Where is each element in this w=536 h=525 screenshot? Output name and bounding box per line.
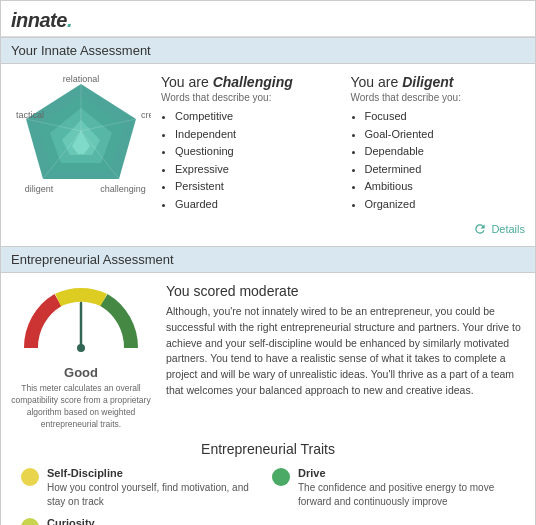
score-title: You scored moderate [166,283,525,299]
gauge-note: This meter calculates an overall compati… [11,383,151,431]
gauge-svg [16,283,146,358]
list-item: Ambitious [365,178,526,196]
logo-dot: . [67,9,72,31]
innate-section: relational creative challenging diligent… [1,64,535,246]
svg-text:creative: creative [141,110,151,120]
innate-section-title: Your Innate Assessment [1,37,535,64]
traits-title: Entrepreneurial Traits [11,441,525,457]
radar-svg: relational creative challenging diligent… [11,74,151,214]
list-item: Goal-Oriented [365,126,526,144]
list-item: Dependable [365,143,526,161]
refresh-icon [473,222,487,236]
list-item: Determined [365,161,526,179]
list-item: Organized [365,196,526,214]
radar-chart: relational creative challenging diligent… [11,74,151,217]
entre-section: Good This meter calculates an overall co… [1,273,535,525]
list-item: Focused [365,108,526,126]
list-item: Persistent [175,178,336,196]
details-link[interactable]: Details [11,222,525,236]
svg-text:tactical: tactical [16,110,44,120]
drive-name: Drive [298,467,515,479]
trait-curiosity: Curiosity Seeking to understand, visuali… [21,517,264,525]
svg-point-16 [77,344,85,352]
trait-self-discipline: Self-Discipline How you control yourself… [21,467,264,509]
drive-desc: The confidence and positive energy to mo… [298,481,515,509]
curiosity-name: Curiosity [47,517,264,525]
trait2-describe: Words that describe you: [351,92,526,103]
entre-section-title: Entrepreneurial Assessment [1,246,535,273]
trait2-heading: You are Diligent [351,74,526,90]
gauge-label: Good [11,365,151,380]
list-item: Independent [175,126,336,144]
list-item: Competitive [175,108,336,126]
self-discipline-dot [21,468,39,486]
trait-challenging: You are Challenging Words that describe … [161,74,336,214]
trait1-list: Competitive Independent Questioning Expr… [161,108,336,214]
self-discipline-desc: How you control yourself, find motivatio… [47,481,264,509]
logo-text: innate [11,9,67,31]
self-discipline-info: Self-Discipline How you control yourself… [47,467,264,509]
self-discipline-name: Self-Discipline [47,467,264,479]
drive-dot [272,468,290,486]
trait-diligent: You are Diligent Words that describe you… [351,74,526,214]
svg-text:diligent: diligent [25,184,54,194]
logo: innate. [11,9,72,31]
drive-info: Drive The confidence and positive energy… [298,467,515,509]
gauge-area: Good This meter calculates an overall co… [11,283,151,431]
trait-drive: Drive The confidence and positive energy… [272,467,515,509]
svg-text:challenging: challenging [100,184,146,194]
list-item: Expressive [175,161,336,179]
details-link-area[interactable]: Details [11,222,525,236]
traits-grid: Self-Discipline How you control yourself… [11,467,525,525]
trait1-describe: Words that describe you: [161,92,336,103]
list-item: Questioning [175,143,336,161]
header: innate. [1,1,535,37]
curiosity-info: Curiosity Seeking to understand, visuali… [47,517,264,525]
entre-score-text: You scored moderate Although, you're not… [166,283,525,399]
score-description: Although, you're not innately wired to b… [166,304,525,399]
trait2-list: Focused Goal-Oriented Dependable Determi… [351,108,526,214]
list-item: Guarded [175,196,336,214]
svg-text:relational: relational [63,74,100,84]
curiosity-dot [21,518,39,525]
trait1-heading: You are Challenging [161,74,336,90]
trait-columns: You are Challenging Words that describe … [161,74,525,214]
